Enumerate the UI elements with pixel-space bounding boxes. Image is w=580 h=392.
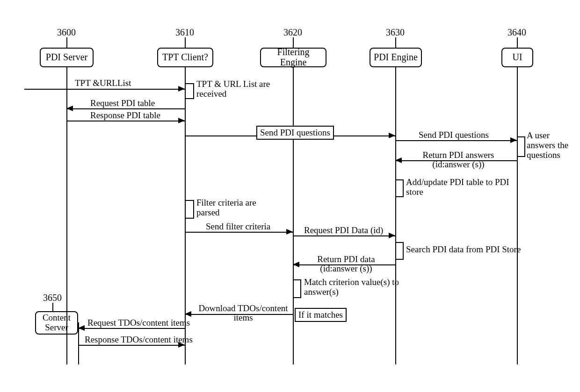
- participant-tpt-client: TPT Client?: [157, 48, 213, 67]
- label-req-pdi-data: Request PDI Data (id): [304, 226, 383, 235]
- label-return-pdi-data: Return PDI data (id:answer (s)): [309, 255, 384, 274]
- self-bracket: [186, 200, 194, 219]
- participant-pdi-engine: PDI Engine: [370, 48, 422, 67]
- arrow-left-icon: [78, 325, 85, 331]
- id-content-server: 3650: [38, 292, 66, 303]
- arrow-right-icon: [286, 229, 293, 235]
- msg-resp-tdos: [78, 345, 185, 346]
- boxed-send-pdi-questions: Send PDI questions: [256, 126, 334, 140]
- msg-req-tdos: [78, 328, 185, 329]
- id-ui: 3640: [503, 27, 531, 38]
- arrow-right-icon: [178, 86, 185, 92]
- self-bracket: [518, 136, 525, 157]
- lifeline-pdi-engine: [395, 67, 396, 364]
- self-bracket: [396, 179, 404, 197]
- label-resp-tdos: Response TDOs/content items: [85, 335, 193, 344]
- id-filtering-engine: 3620: [279, 27, 307, 38]
- participant-ui: UI: [501, 48, 533, 67]
- label-send-pdi-q2: Send PDI questions: [419, 130, 489, 140]
- arrow-right-icon: [389, 133, 395, 138]
- label-download-tdos: Download TDOs/content items: [196, 304, 290, 323]
- id-leader: [517, 37, 518, 48]
- arrow-right-icon: [389, 233, 395, 238]
- participant-label: PDI Server: [46, 52, 87, 63]
- note-filter-parsed: Filter criteria are parsed: [196, 198, 256, 218]
- label-req-tdos: Request TDOs/content items: [87, 318, 190, 328]
- id-pdi-server: 3600: [52, 27, 80, 38]
- arrow-right-icon: [178, 118, 185, 123]
- id-tpt-client: 3610: [171, 27, 199, 38]
- participant-label: PDI Engine: [374, 52, 418, 63]
- participant-filtering-engine: Filtering Engine: [260, 48, 326, 67]
- participant-pdi-server: PDI Server: [40, 48, 94, 67]
- id-leader: [395, 37, 396, 48]
- label-return-pdi-answers: Return PDI answers (id:answer (s)): [414, 150, 503, 170]
- arrow-right-icon: [510, 137, 517, 143]
- participant-label: TPT Client?: [162, 52, 208, 63]
- note-user-answers: A user answers the questions: [527, 131, 568, 160]
- msg-tpt-urllist: [24, 89, 185, 90]
- id-leader: [66, 37, 67, 48]
- note-add-update-store: Add/update PDI table to PDI store: [406, 178, 509, 197]
- lifeline-pdi-server: [66, 67, 67, 364]
- lifeline-ui: [517, 67, 518, 364]
- msg-req-pdi-table: [66, 108, 185, 109]
- label-send-filter-criteria: Send filter criteria: [206, 222, 270, 231]
- lifeline-filtering-engine: [293, 67, 294, 364]
- arrow-left-icon: [66, 106, 73, 111]
- msg-send-pdi-q2: [395, 140, 517, 141]
- participant-label: Filtering Engine: [264, 47, 323, 67]
- sequence-diagram: 3600 3610 3620 3630 3640 3650 PDI Server…: [0, 0, 580, 392]
- arrow-left-icon: [293, 262, 299, 267]
- participant-content-server: Content Server: [35, 311, 78, 335]
- id-pdi-engine: 3630: [381, 27, 409, 38]
- msg-req-pdi-data: [293, 235, 395, 236]
- participant-label: UI: [512, 52, 522, 63]
- id-leader: [52, 303, 53, 311]
- label-tpt-urllist: TPT &URLList: [75, 78, 131, 88]
- id-leader: [185, 37, 186, 48]
- note-search-pdi: Search PDI data from PDI Store: [406, 245, 521, 255]
- arrow-left-icon: [395, 157, 402, 163]
- label-resp-pdi-table: Response PDI table: [90, 111, 160, 120]
- self-bracket: [396, 242, 404, 260]
- id-leader: [293, 37, 294, 48]
- guard-if-matches: If it matches: [295, 308, 347, 322]
- msg-send-filter-criteria: [185, 232, 293, 233]
- arrow-left-icon: [185, 311, 191, 317]
- note-tpt-url-received: TPT & URL List are received: [196, 79, 270, 99]
- self-bracket: [186, 83, 194, 99]
- msg-resp-pdi-table: [66, 121, 185, 121]
- label-req-pdi-table: Request PDI table: [90, 99, 155, 108]
- self-bracket: [294, 279, 301, 298]
- note-match-criterion: Match criterion value(s) to answer(s): [304, 278, 399, 297]
